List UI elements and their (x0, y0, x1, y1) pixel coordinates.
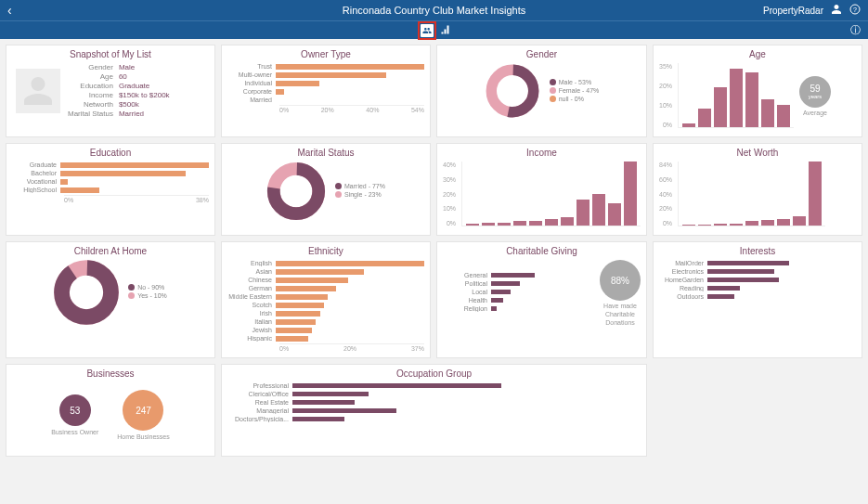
bar-row: MailOrder (659, 260, 856, 266)
chart-tab[interactable] (440, 24, 451, 37)
bar-row: Vocational (12, 178, 209, 185)
businesses-content: 53 Business Owner 247 Home Businesses (12, 382, 209, 440)
bar-row: Religion (443, 305, 589, 312)
income-yaxis: 40% 30% 20% 10% 0% (443, 162, 456, 226)
bar-row: Jewish (227, 327, 424, 333)
bar (682, 123, 695, 127)
bar-row: Professional (227, 382, 641, 389)
bar-row: Asian (227, 268, 424, 275)
card-charity: Charitable Giving GeneralPoliticalLocalH… (436, 241, 647, 358)
bar-row: Hispanic (227, 335, 424, 342)
ethnicity-title: Ethnicity (227, 246, 424, 256)
card-interests: Interests MailOrderElectronicsHomeGarden… (653, 241, 862, 358)
bar (730, 69, 743, 127)
people-icon (422, 26, 432, 35)
svg-text:?: ? (853, 6, 857, 13)
legend-item: Married - 77% (335, 183, 385, 189)
bar-row: Political (443, 280, 589, 287)
legend-item: No - 90% (128, 284, 167, 291)
bar-row: Outdoors (659, 293, 856, 300)
children-title: Children At Home (12, 246, 209, 256)
bar (545, 219, 558, 226)
legend-item: Single - 23% (335, 191, 385, 198)
legend-item: Male - 53% (550, 79, 600, 85)
bar-row: General (443, 272, 589, 278)
age-yaxis: 35% 20% 10% 0% (659, 63, 672, 128)
bar (793, 216, 806, 226)
top-bar: ‹ Rinconada Country Club Market Insights… (0, 0, 868, 20)
businesses-title: Businesses (12, 368, 209, 379)
bar (777, 219, 790, 226)
sub-bar: ⓘ (0, 20, 868, 39)
people-tab[interactable] (421, 24, 434, 37)
occupation-chart: ProfessionalClerical/OfficeReal EstateMa… (227, 382, 641, 422)
bar (809, 162, 822, 226)
gender-donut (485, 63, 540, 119)
bar (561, 217, 574, 226)
gender-title: Gender (443, 49, 641, 59)
bar (498, 223, 511, 226)
marital-donut (266, 162, 326, 221)
back-button[interactable]: ‹ (7, 3, 12, 18)
page-title: Rinconada Country Club Market Insights (343, 5, 525, 16)
card-income: Income 40% 30% 20% 10% 0% (436, 143, 647, 236)
marital-title: Marital Status (227, 148, 424, 158)
bar-row: Multi-owner (227, 71, 424, 78)
bar (466, 224, 479, 226)
income-chart (461, 162, 641, 226)
bar-row: Reading (659, 285, 856, 291)
charity-title: Charitable Giving (443, 246, 641, 256)
bar (714, 224, 727, 226)
age-average: 59 years Average (799, 76, 831, 116)
bar-row: Real Estate (227, 399, 641, 406)
bar-row: Graduate (12, 162, 209, 168)
card-networth: Net Worth 84% 60% 40% 20% 0% (653, 143, 862, 236)
avatar-placeholder (16, 69, 60, 113)
bar (682, 225, 695, 226)
bar (698, 225, 711, 226)
bar-row: HomeGarden (659, 277, 856, 283)
bar (513, 221, 526, 226)
user-icon[interactable] (831, 4, 842, 17)
bar-row: Health (443, 297, 589, 304)
bar-row: Italian (227, 318, 424, 325)
age-title: Age (659, 49, 856, 59)
help-icon[interactable]: ? (849, 4, 861, 17)
bar-row: Married (227, 97, 424, 103)
card-ethnicity: Ethnicity EnglishAsianChineseGermanMiddl… (221, 241, 431, 358)
business-owner-stat: 53 Business Owner (51, 394, 98, 435)
card-marital: Marital Status Married - 77%Single - 23% (221, 143, 431, 236)
bar-row: Chinese (227, 277, 424, 283)
age-chart (678, 63, 794, 128)
interests-title: Interests (659, 246, 856, 256)
bar (592, 194, 605, 226)
children-legend: No - 90%Yes - 10% (128, 284, 167, 301)
bar (608, 203, 621, 226)
people-tab-highlight (418, 21, 436, 40)
bar-row: HighSchool (12, 187, 209, 193)
legend-item: Yes - 10% (128, 292, 167, 299)
card-education: Education GraduateBachelorVocationalHigh… (6, 143, 215, 236)
dashboard-grid: Snapshot of My List GenderMale Age60 Edu… (0, 39, 868, 462)
card-gender: Gender Male - 53%Female - 47%null - 0% (436, 45, 647, 137)
bar (624, 162, 637, 226)
bar (698, 109, 711, 127)
bar-row: Electronics (659, 268, 856, 275)
education-title: Education (12, 148, 209, 158)
chart-icon (440, 24, 451, 35)
person-icon (21, 74, 55, 108)
bar-row: Managerial (227, 407, 641, 414)
marital-legend: Married - 77%Single - 23% (335, 183, 385, 200)
snapshot-title: Snapshot of My List (12, 49, 209, 59)
gender-legend: Male - 53%Female - 47%null - 0% (550, 79, 600, 104)
info-icon[interactable]: ⓘ (850, 23, 861, 37)
occupation-title: Occupation Group (227, 368, 641, 379)
bar (714, 87, 727, 127)
bar (745, 221, 758, 226)
bar-row: Individual (227, 80, 424, 86)
owner-type-title: Owner Type (227, 49, 424, 59)
bar (529, 221, 542, 226)
bar (761, 99, 774, 127)
ethnicity-chart: EnglishAsianChineseGermanMiddle EasternS… (227, 260, 424, 352)
interests-chart: MailOrderElectronicsHomeGardenReadingOut… (659, 260, 856, 300)
